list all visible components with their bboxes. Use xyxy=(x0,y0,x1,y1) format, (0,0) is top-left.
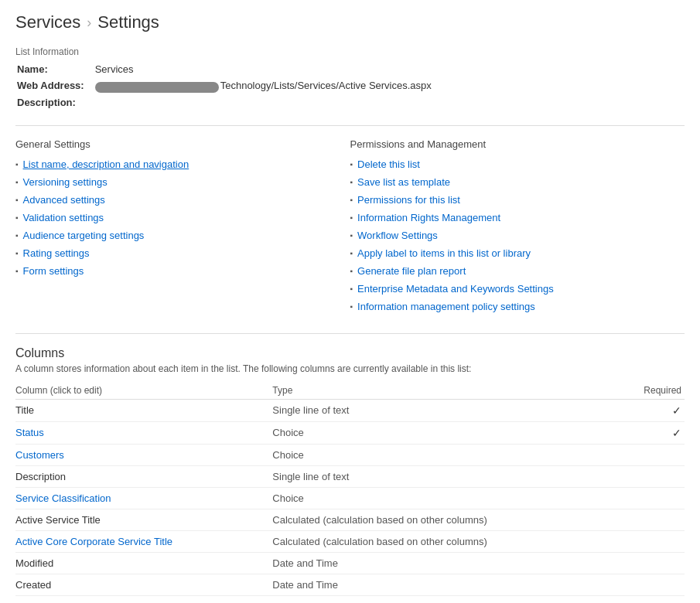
permissions-link-4[interactable]: Workflow Settings xyxy=(357,229,438,243)
column-type-cell: Choice xyxy=(272,487,620,509)
name-value: Services xyxy=(95,63,432,78)
description-value xyxy=(95,97,432,111)
columns-table: Column (click to edit) Type Required Tit… xyxy=(15,382,685,603)
permissions-title: Permissions and Management xyxy=(350,138,685,150)
divider-1 xyxy=(15,125,685,126)
general-settings-col: General Settings List name, description … xyxy=(15,138,350,318)
list-info-name-row: Name: Services xyxy=(17,63,432,78)
permissions-item: Delete this list xyxy=(350,158,685,172)
permissions-col: Permissions and Management Delete this l… xyxy=(350,138,685,318)
column-type-cell: Person or Group xyxy=(272,595,620,603)
column-name-cell: Title xyxy=(15,399,272,421)
column-type-cell: Calculated (calculation based on other c… xyxy=(272,530,620,552)
list-info-label: List Information xyxy=(15,46,685,57)
breadcrumb-settings: Settings xyxy=(97,12,159,32)
page-header: Services › Settings xyxy=(15,12,685,32)
breadcrumb-separator: › xyxy=(87,15,91,31)
general-settings-link-3[interactable]: Validation settings xyxy=(23,211,104,225)
permissions-link-3[interactable]: Information Rights Management xyxy=(357,211,500,225)
general-settings-link-0[interactable]: List name, description and navigation xyxy=(23,158,190,172)
column-required-cell xyxy=(620,487,685,509)
column-name-cell: Modified xyxy=(15,552,272,574)
general-settings-item: Form settings xyxy=(15,264,350,278)
column-type-cell: Single line of text xyxy=(272,399,620,421)
column-type-cell: Date and Time xyxy=(272,552,620,574)
general-settings-link-1[interactable]: Versioning settings xyxy=(23,175,108,189)
permissions-item: Enterprise Metadata and Keywords Setting… xyxy=(350,282,685,296)
column-type-cell: Choice xyxy=(272,444,620,465)
web-address-value: Technology/Lists/Services/Active Service… xyxy=(95,80,432,95)
table-row: CustomersChoice xyxy=(15,444,685,465)
column-required-cell xyxy=(620,509,685,530)
table-row: CreatedDate and Time xyxy=(15,574,685,595)
column-name-cell[interactable]: Active Core Corporate Service Title xyxy=(15,530,272,552)
general-settings-link-6[interactable]: Form settings xyxy=(23,264,84,278)
column-name-cell: Created xyxy=(15,574,272,595)
column-required-cell xyxy=(620,444,685,465)
column-name-cell: Created By xyxy=(15,595,272,603)
permissions-item: Generate file plan report xyxy=(350,264,685,278)
description-label: Description: xyxy=(17,97,94,111)
list-info-table: Name: Services Web Address: Technology/L… xyxy=(15,62,433,113)
list-info-webaddress-row: Web Address: Technology/Lists/Services/A… xyxy=(17,80,432,95)
column-name-cell[interactable]: Status xyxy=(15,421,272,444)
permissions-link-8[interactable]: Information management policy settings xyxy=(357,300,535,314)
general-settings-link-5[interactable]: Rating settings xyxy=(23,247,90,261)
general-settings-item: Audience targeting settings xyxy=(15,229,350,243)
column-required-cell xyxy=(620,530,685,552)
permissions-link-2[interactable]: Permissions for this list xyxy=(357,193,460,207)
column-type-cell: Date and Time xyxy=(272,574,620,595)
list-info-description-row: Description: xyxy=(17,97,432,111)
web-address-suffix: Technology/Lists/Services/Active Service… xyxy=(220,80,432,91)
column-type-cell: Calculated (calculation based on other c… xyxy=(272,509,620,530)
permissions-link-1[interactable]: Save list as template xyxy=(357,175,450,189)
general-settings-item: Rating settings xyxy=(15,247,350,261)
column-name-cell[interactable]: Service Classification xyxy=(15,487,272,509)
permissions-item: Workflow Settings xyxy=(350,229,685,243)
columns-description: A column stores information about each i… xyxy=(15,363,685,374)
permissions-link-0[interactable]: Delete this list xyxy=(357,158,420,172)
table-row: DescriptionSingle line of text xyxy=(15,465,685,487)
column-type-cell: Single line of text xyxy=(272,465,620,487)
general-settings-item: List name, description and navigation xyxy=(15,158,350,172)
general-settings-item: Versioning settings xyxy=(15,175,350,189)
table-row: Created ByPerson or Group xyxy=(15,595,685,603)
column-type-cell: Choice xyxy=(272,421,620,444)
permissions-item: Apply label to items in this list or lib… xyxy=(350,247,685,261)
general-settings-link-2[interactable]: Advanced settings xyxy=(23,193,105,207)
column-link-6[interactable]: Active Core Corporate Service Title xyxy=(15,536,172,547)
column-name-cell[interactable]: Customers xyxy=(15,444,272,465)
permissions-item: Save list as template xyxy=(350,175,685,189)
column-required-cell xyxy=(620,595,685,603)
column-name-cell: Active Service Title xyxy=(15,509,272,530)
columns-title: Columns xyxy=(15,346,685,360)
columns-section: Columns A column stores information abou… xyxy=(15,346,685,603)
general-settings-list: List name, description and navigationVer… xyxy=(15,158,350,278)
columns-table-header-row: Column (click to edit) Type Required xyxy=(15,382,685,400)
general-settings-item: Validation settings xyxy=(15,211,350,225)
column-required-cell: ✓ xyxy=(620,421,685,444)
permissions-item: Information management policy settings xyxy=(350,300,685,314)
col-header-type: Type xyxy=(272,382,620,400)
column-required-cell: ✓ xyxy=(620,399,685,421)
required-checkmark: ✓ xyxy=(672,427,681,439)
breadcrumb-services: Services xyxy=(15,12,80,32)
permissions-link-6[interactable]: Generate file plan report xyxy=(357,264,466,278)
permissions-item: Information Rights Management xyxy=(350,211,685,225)
column-link-1[interactable]: Status xyxy=(15,427,44,438)
table-row: StatusChoice✓ xyxy=(15,421,685,444)
table-row: Service ClassificationChoice xyxy=(15,487,685,509)
permissions-item: Permissions for this list xyxy=(350,193,685,207)
permissions-link-7[interactable]: Enterprise Metadata and Keywords Setting… xyxy=(357,282,554,296)
column-link-4[interactable]: Service Classification xyxy=(15,492,111,504)
general-settings-link-4[interactable]: Audience targeting settings xyxy=(23,229,145,243)
table-row: Active Service TitleCalculated (calculat… xyxy=(15,509,685,530)
col-header-required: Required xyxy=(620,382,685,400)
column-link-2[interactable]: Customers xyxy=(15,449,64,461)
column-required-cell xyxy=(620,552,685,574)
table-row: TitleSingle line of text✓ xyxy=(15,399,685,421)
permissions-link-5[interactable]: Apply label to items in this list or lib… xyxy=(357,247,531,261)
general-settings-item: Advanced settings xyxy=(15,193,350,207)
column-name-cell: Description xyxy=(15,465,272,487)
list-info-section: List Information Name: Services Web Addr… xyxy=(15,46,685,113)
